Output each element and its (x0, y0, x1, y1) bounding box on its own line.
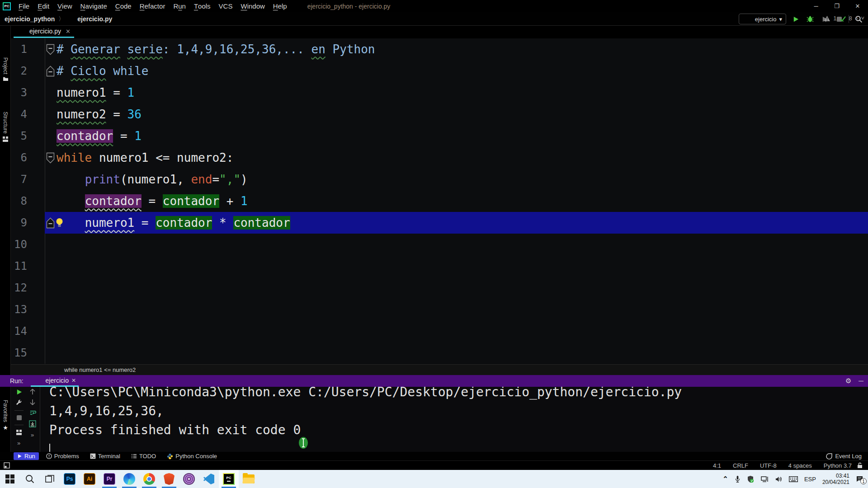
taskbar-taskview-icon[interactable] (40, 470, 60, 488)
menu-edit[interactable]: Edit (33, 0, 53, 12)
code-text[interactable]: numero1 = contador * contador (57, 212, 290, 234)
editor-tab[interactable]: ejercicio.py ✕ (14, 26, 74, 38)
line-number[interactable]: 6 (11, 147, 27, 169)
code-text[interactable]: # Ciclo while (57, 60, 149, 82)
code-line-12[interactable]: 12 (11, 277, 868, 299)
menu-window[interactable]: Window (236, 0, 269, 12)
status-item[interactable]: 4 spaces (788, 462, 812, 469)
line-number[interactable]: 7 (11, 169, 27, 190)
line-number[interactable]: 10 (11, 234, 27, 255)
down-stacktrace-icon[interactable] (29, 399, 36, 405)
event-log-button[interactable]: Event Log (835, 453, 862, 460)
status-item[interactable]: CRLF (733, 462, 748, 469)
minimize-button[interactable]: ─ (806, 0, 826, 12)
sidebar-item-favorites[interactable]: Favorites★ (0, 400, 11, 431)
restore-layout-icon[interactable] (16, 429, 22, 436)
code-text[interactable]: contador = 1 (57, 125, 142, 147)
line-number[interactable]: 14 (11, 320, 27, 342)
menu-help[interactable]: Help (269, 0, 291, 12)
code-text[interactable]: contador = contador + 1 (57, 190, 248, 212)
fold-start-icon[interactable] (46, 44, 55, 55)
tab-close-icon[interactable]: ✕ (66, 28, 71, 35)
code-text[interactable]: # Generar serie: 1,4,9,16,25,36,... en P… (57, 38, 375, 60)
microphone-icon[interactable] (735, 475, 741, 483)
code-text[interactable]: print(numero1, end=",") (57, 169, 248, 190)
taskbar-chrome-icon[interactable] (139, 470, 159, 488)
code-editor[interactable]: 1# Generar serie: 1,4,9,16,25,36,... en … (11, 38, 868, 364)
toolwindow-button-terminal[interactable]: Terminal (86, 452, 124, 460)
fold-start-icon[interactable] (46, 152, 55, 164)
run-settings-gear-icon[interactable]: ⚙ (845, 377, 851, 385)
hide-panel-icon[interactable]: ─ (859, 377, 863, 385)
menu-navigate[interactable]: Navigate (76, 0, 111, 12)
code-line-13[interactable]: 13 (11, 299, 868, 320)
line-number[interactable]: 13 (11, 299, 27, 320)
soft-wrap-icon[interactable] (29, 409, 36, 416)
run-console[interactable]: C:\Users\PC\Miniconda3\python.exe C:/Use… (41, 387, 868, 452)
fold-end-icon[interactable] (46, 217, 55, 229)
close-button[interactable]: ✕ (847, 0, 868, 12)
run-configuration-select[interactable]: ejercicio ▾ (739, 14, 786, 24)
code-line-15[interactable]: 15 (11, 342, 868, 364)
taskbar-brave-icon[interactable] (159, 470, 179, 488)
code-line-10[interactable]: 10 (11, 234, 868, 255)
toolwindow-button-python-console[interactable]: Python Console (163, 452, 221, 460)
line-number[interactable]: 3 (11, 82, 27, 103)
code-line-9[interactable]: 9 numero1 = contador * contador (11, 212, 868, 234)
next-problem-icon[interactable]: ˅ (861, 15, 864, 22)
debug-button[interactable] (805, 14, 815, 24)
code-text[interactable]: while numero1 <= numero2: (57, 147, 233, 169)
line-number[interactable]: 8 (11, 190, 27, 212)
toolwindow-button-problems[interactable]: Problems (42, 452, 83, 460)
status-item[interactable]: Python 3.7 (824, 462, 852, 469)
code-line-7[interactable]: 7 print(numero1, end=",") (11, 169, 868, 190)
taskbar-tor-icon[interactable] (179, 470, 199, 488)
line-number[interactable]: 9 (11, 212, 27, 234)
line-number[interactable]: 12 (11, 277, 27, 299)
run-settings-wrench-icon[interactable] (16, 399, 23, 406)
code-line-5[interactable]: 5contador = 1 (11, 125, 868, 147)
touch-keyboard-icon[interactable] (789, 476, 798, 482)
breadcrumb-file[interactable]: ejercicio.py (77, 15, 112, 23)
up-stacktrace-icon[interactable] (29, 389, 36, 395)
code-line-6[interactable]: 6while numero1 <= numero2: (11, 147, 868, 169)
prev-problem-icon[interactable]: ˄ (855, 15, 859, 22)
fold-end-icon[interactable] (46, 66, 55, 77)
taskbar-photoshop-icon[interactable]: Ps (60, 470, 80, 488)
line-number[interactable]: 5 (11, 125, 27, 147)
line-number[interactable]: 1 (11, 38, 27, 60)
code-line-14[interactable]: 14 (11, 320, 868, 342)
run-button[interactable] (791, 14, 801, 24)
run-tab[interactable]: ejercicio ✕ (31, 375, 79, 387)
network-icon[interactable] (760, 476, 769, 483)
taskbar-pycharm-icon[interactable]: PC (219, 470, 239, 488)
line-number[interactable]: 11 (11, 255, 27, 277)
language-indicator[interactable]: ESP (804, 476, 816, 483)
status-item[interactable]: 4:1 (713, 462, 721, 469)
code-line-1[interactable]: 1# Generar serie: 1,4,9,16,25,36,... en … (11, 38, 868, 60)
taskbar-explorer-icon[interactable] (239, 470, 259, 488)
taskbar-premiere-icon[interactable]: Pr (99, 470, 119, 488)
menu-vcs[interactable]: VCS (215, 0, 237, 12)
code-text[interactable]: numero2 = 36 (57, 103, 142, 125)
code-line-11[interactable]: 11 (11, 255, 868, 277)
inspections-widget[interactable]: 1 8 ˄ ˅ (824, 15, 864, 22)
code-line-4[interactable]: 4numero2 = 36 (11, 103, 868, 125)
menu-tools[interactable]: Tools (190, 0, 215, 12)
tray-chevron-icon[interactable]: ⌃ (722, 475, 728, 483)
toolwindow-toggle-icon[interactable] (4, 462, 10, 469)
taskbar-start-icon[interactable] (0, 470, 20, 488)
maximize-button[interactable]: ❐ (826, 0, 847, 12)
line-number[interactable]: 15 (11, 342, 27, 364)
toolwindow-button-todo[interactable]: TODO (127, 452, 160, 460)
menu-refactor[interactable]: Refactor (136, 0, 170, 12)
menu-file[interactable]: File (14, 0, 33, 12)
taskbar-vscode-icon[interactable] (199, 470, 219, 488)
menu-run[interactable]: Run (169, 0, 190, 12)
breadcrumb-project[interactable]: ejercicio_python (5, 15, 55, 23)
more-icon[interactable]: » (31, 432, 34, 438)
sidebar-item-project[interactable]: Project (0, 57, 11, 81)
code-line-3[interactable]: 3numero1 = 1 (11, 82, 868, 103)
more-icon[interactable]: » (17, 440, 21, 446)
taskbar-search-icon[interactable] (20, 470, 40, 488)
